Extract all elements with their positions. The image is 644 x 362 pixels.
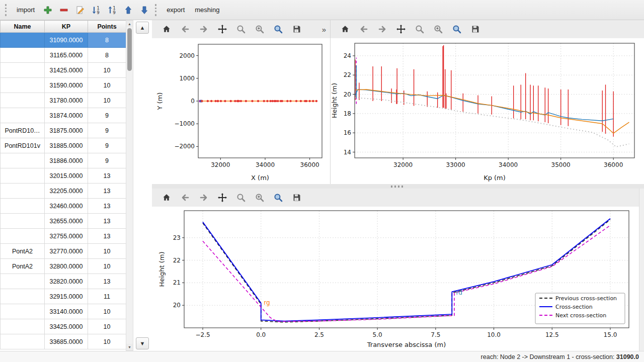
zoom-options-button[interactable] [431,22,446,36]
cross-section-plot-canvas[interactable]: −2.50.02.55.07.510.012.515.020212223Tran… [152,207,638,351]
plan-view-plot-canvas[interactable]: 320003400036000−2000−1000010002000X (m)Y… [152,38,329,184]
status-value: 31090.0 [616,353,639,360]
table-scrollbar[interactable]: ▲ ▼ [126,20,133,351]
right-edge-strip [639,189,644,351]
svg-text:9: 9 [97,10,100,15]
back-button[interactable] [178,191,193,205]
zoom-options-button[interactable] [252,22,267,36]
kp-cell: 31780.0000 [45,93,88,108]
name-cell [1,289,45,304]
plots-panel: » 320003400036000−2000−1000010002000X (m… [152,20,644,351]
kp-cell: 32205.0000 [45,184,88,199]
kp-cell: 31875.0000 [45,123,88,138]
table-row[interactable]: 32820.000013 [1,274,126,289]
points-cell: 10 [88,304,126,319]
back-button[interactable] [178,22,193,36]
table-row[interactable]: 32015.000013 [1,168,126,184]
go-first-button[interactable]: ▲ [136,22,149,34]
table-row[interactable]: 32655.000013 [1,214,126,229]
table-row[interactable]: 31090.00008 [1,33,126,48]
save-button[interactable] [289,22,304,36]
zoom-button[interactable] [412,22,427,36]
scrollbar-up-arrow[interactable]: ▲ [126,21,133,27]
table-row[interactable]: 32460.000013 [1,199,126,214]
remove-cross-section-button[interactable] [56,3,71,18]
home-button[interactable] [338,22,353,36]
points-cell: 9 [88,138,126,153]
table-row[interactable]: 31780.000010 [1,93,126,108]
zoom-button[interactable] [233,22,249,36]
cross-section-toolbar [152,189,639,207]
svg-text:5.0: 5.0 [373,331,382,338]
kp-cell: 31885.0000 [45,138,88,153]
sort-descending-button[interactable]: 1 9 [89,3,104,18]
name-cell [1,214,45,229]
name-cell: PontA2 [1,259,45,274]
pan-button[interactable] [215,22,230,36]
table-row[interactable]: 32205.000013 [1,184,126,199]
points-cell: 13 [88,199,126,214]
profile-view-card: 3200033000340003500036000141618202224Kp … [330,20,644,184]
column-header-points[interactable]: Points [88,21,126,33]
table-row[interactable]: PontRD10…31875.00009 [1,123,126,138]
go-last-button[interactable]: ▼ [136,337,149,349]
forward-button[interactable] [196,22,211,36]
home-button[interactable] [159,191,174,205]
move-up-button[interactable] [121,3,136,18]
column-header-name[interactable]: Name [1,21,45,33]
scrollbar-down-arrow[interactable]: ▼ [126,344,133,350]
toolbar-overflow-icon[interactable]: » [322,25,330,34]
kp-cell: 32915.0000 [45,289,88,304]
table-row[interactable]: 33685.000010 [1,334,126,349]
points-cell: 13 [88,184,126,199]
meshing-button[interactable]: meshing [190,4,224,16]
table-row[interactable]: 33140.000010 [1,304,126,319]
table-row[interactable]: 31874.00009 [1,108,126,123]
table-row[interactable]: PontRD101v31885.00009 [1,138,126,153]
forward-button[interactable] [196,191,211,205]
back-icon [180,24,190,34]
table-row[interactable]: 31165.00008 [1,48,126,63]
table-row[interactable]: PontA232800.000010 [1,259,126,274]
zoom-region-button[interactable] [271,22,286,36]
zoom-region-button[interactable] [271,191,286,205]
export-button[interactable]: export [162,4,189,16]
profile-plot-canvas[interactable]: 3200033000340003500036000141618202224Kp … [331,38,642,184]
save-button[interactable] [289,191,304,205]
table-row[interactable]: 32915.000011 [1,289,126,304]
name-cell [1,168,45,184]
home-button[interactable] [159,22,174,36]
column-header-kp[interactable]: KP [45,21,88,33]
import-button[interactable]: import [12,4,39,16]
name-cell: PontRD10… [1,123,45,138]
pan-button[interactable] [215,191,230,205]
save-button[interactable] [468,22,483,36]
edit-cross-section-button[interactable] [72,3,88,18]
pan-button[interactable] [393,22,409,36]
zoom-button[interactable] [233,191,249,205]
points-cell: 13 [88,274,126,289]
table-row[interactable]: 33425.000010 [1,319,126,334]
scrollbar-thumb[interactable] [127,28,132,71]
horizontal-splitter[interactable] [152,184,644,189]
forward-button[interactable] [375,22,390,36]
table-row[interactable]: 31886.00009 [1,153,126,168]
back-button[interactable] [356,22,371,36]
table-row[interactable]: 32755.000013 [1,229,126,244]
table-row[interactable]: 31425.000010 [1,63,126,78]
minus-icon [59,5,69,15]
table-row[interactable]: PontA232770.000010 [1,244,126,259]
points-cell: 9 [88,153,126,168]
save-icon [470,24,480,34]
zoom-region-button[interactable] [449,22,464,36]
add-cross-section-button[interactable] [40,3,55,18]
move-down-button[interactable] [137,3,152,18]
kp-cell: 32755.0000 [45,229,88,244]
zoom-region-icon [273,193,283,203]
svg-text:Previous cross-section: Previous cross-section [555,295,617,302]
sort-ascending-button[interactable]: 1 9 [105,3,120,18]
zoom-options-button[interactable] [252,191,267,205]
table-row[interactable]: 31590.000010 [1,78,126,93]
scrollbar-track[interactable] [126,27,133,344]
svg-text:Height (m): Height (m) [158,252,166,287]
